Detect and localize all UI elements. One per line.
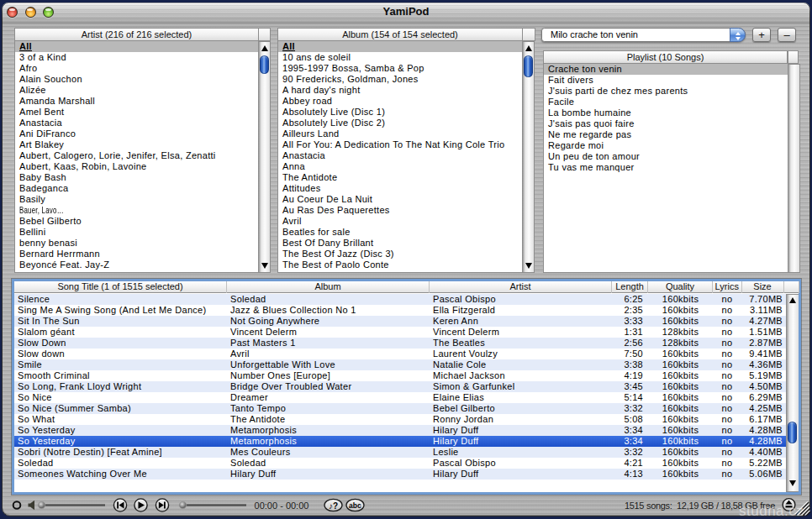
svg-text:abc: abc (349, 501, 361, 510)
svg-text:♪?: ♪? (329, 501, 338, 511)
